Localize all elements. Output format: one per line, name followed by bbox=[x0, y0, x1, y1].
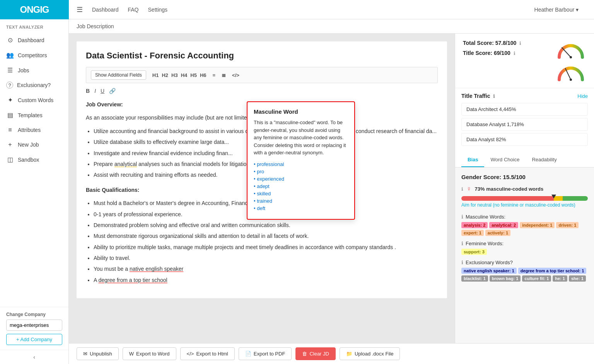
tag-support[interactable]: support: 3 bbox=[461, 249, 487, 255]
tag-native-english[interactable]: native english speaker: 1 bbox=[461, 268, 517, 274]
underline-button[interactable]: U bbox=[101, 88, 104, 94]
bottom-bar: ✉ Unpublish W Export to Word </> Export … bbox=[69, 343, 594, 364]
company-select[interactable]: mega-enterprises bbox=[6, 320, 62, 331]
h6-button[interactable]: H6 bbox=[200, 72, 207, 78]
tag-driven[interactable]: driven: 1 bbox=[556, 222, 579, 228]
unordered-list-button[interactable]: ≡ bbox=[213, 72, 216, 78]
editor-card: Data Scientist - Forensic Accounting Sho… bbox=[77, 41, 447, 298]
italic-button[interactable]: I bbox=[94, 88, 96, 94]
suggestion-experienced[interactable]: experienced bbox=[254, 176, 348, 182]
bias-ratio-text: 73% masculine-coded words bbox=[475, 186, 544, 192]
export-pdf-button[interactable]: 📄 Export to PDF bbox=[239, 347, 292, 360]
title-traffic-info[interactable]: ℹ bbox=[493, 94, 495, 99]
ordered-list-button[interactable]: ≣ bbox=[222, 72, 226, 78]
bias-gender-icon: ♀ bbox=[466, 185, 472, 193]
sidebar-item-templates[interactable]: ▤ Templates bbox=[0, 108, 68, 123]
clear-jd-icon: 🗑 bbox=[302, 351, 307, 357]
tab-bias[interactable]: Bias bbox=[461, 153, 484, 167]
tag-degree-top-tier[interactable]: degree from a top tier school: 1 bbox=[518, 268, 586, 274]
title-score-info[interactable]: ℹ bbox=[514, 51, 515, 56]
h5-button[interactable]: H5 bbox=[190, 72, 197, 78]
export-html-button[interactable]: </> Export to Html bbox=[180, 347, 235, 360]
link-button[interactable]: 🔗 bbox=[109, 88, 116, 94]
collapse-sidebar-button[interactable]: ‹ bbox=[0, 350, 68, 364]
tag-culture-fit[interactable]: culture fit: 1 bbox=[522, 275, 551, 282]
sidebar-item-label: New Job bbox=[18, 142, 39, 148]
export-html-icon: </> bbox=[187, 351, 194, 357]
tag-she[interactable]: she: 1 bbox=[569, 275, 586, 282]
clear-jd-button[interactable]: 🗑 Clear JD bbox=[295, 347, 336, 360]
aim-neutral-text[interactable]: Aim for neutral (no feminine or masculin… bbox=[461, 202, 588, 208]
sidebar-item-label: Sandbox bbox=[18, 157, 39, 163]
show-additional-fields-button[interactable]: Show Additional Fields bbox=[91, 70, 146, 80]
sidebar-item-competitors[interactable]: 👥 Competitors bbox=[0, 48, 68, 63]
nav-dashboard[interactable]: Dashboard bbox=[92, 7, 119, 13]
degree-top-tier-word[interactable]: degree from a top tier school bbox=[98, 277, 167, 283]
title-traffic-hide-button[interactable]: Hide bbox=[577, 93, 588, 99]
traffic-row-3: Data Analyst 82% bbox=[461, 133, 588, 146]
tag-he[interactable]: he: 1 bbox=[553, 275, 567, 282]
feminine-info-icon[interactable]: ℹ bbox=[461, 241, 463, 246]
qual-5: Ability to prioritize multiple tasks, ma… bbox=[94, 243, 438, 251]
analytical-word[interactable]: analytical bbox=[114, 161, 137, 167]
masculine-words-section: ℹ Masculine Words: analysis: 2 analytica… bbox=[461, 214, 588, 236]
add-company-button[interactable]: + Add Company bbox=[6, 334, 62, 345]
tag-analysis[interactable]: analysis: 2 bbox=[461, 222, 488, 228]
tag-expert[interactable]: expert: 1 bbox=[461, 230, 484, 236]
tab-word-choice[interactable]: Word Choice bbox=[484, 153, 526, 167]
masculine-info-icon[interactable]: ℹ bbox=[461, 214, 463, 220]
title-traffic-label: Title Traffic ℹ bbox=[461, 93, 495, 99]
sidebar-item-exclusionary[interactable]: ? Exclusionary? bbox=[0, 78, 68, 92]
logo-area: ONGIG bbox=[0, 0, 69, 19]
total-score-label: Total Score: 57.8/100 bbox=[463, 40, 516, 46]
tag-analytical[interactable]: analytical: 2 bbox=[489, 222, 518, 228]
exclusionary-info-icon[interactable]: ℹ bbox=[461, 260, 463, 265]
suggestion-pro[interactable]: pro bbox=[254, 169, 348, 174]
h2-button[interactable]: H2 bbox=[162, 72, 168, 78]
gender-bar-container bbox=[461, 196, 588, 201]
h3-button[interactable]: H3 bbox=[171, 72, 178, 78]
tag-independent[interactable]: independent: 1 bbox=[520, 222, 555, 228]
sidebar-item-sandbox[interactable]: ◫ Sandbox bbox=[0, 152, 68, 167]
suggestion-deft[interactable]: deft bbox=[254, 205, 348, 211]
tag-actively[interactable]: actively: 1 bbox=[485, 230, 510, 236]
nav-faq[interactable]: FAQ bbox=[128, 7, 139, 13]
h4-button[interactable]: H4 bbox=[181, 72, 188, 78]
masculine-word-popup: Masculine Word This is a "masculine-code… bbox=[247, 101, 355, 220]
exclusionary-words-section: ℹ Exclusionary Words? native english spe… bbox=[461, 260, 588, 282]
suggestion-skilled[interactable]: skilled bbox=[254, 191, 348, 197]
sidebar-item-new-job[interactable]: + New Job bbox=[0, 137, 68, 152]
masculine-words-label: ℹ Masculine Words: bbox=[461, 214, 588, 220]
sidebar-item-dashboard[interactable]: ⊙ Dashboard bbox=[0, 32, 68, 48]
suggestion-adept[interactable]: adept bbox=[254, 183, 348, 189]
nav-user[interactable]: Heather Barbour ▾ bbox=[534, 7, 586, 13]
feminine-words-section: ℹ Feminine Words: support: 3 bbox=[461, 241, 588, 255]
traffic-row-2: Database Analyst 1,718% bbox=[461, 118, 588, 131]
suggestion-trained[interactable]: trained bbox=[254, 198, 348, 204]
format-row: B I U 🔗 bbox=[86, 88, 438, 94]
nav-settings[interactable]: Settings bbox=[148, 7, 168, 13]
bold-button[interactable]: B bbox=[86, 88, 90, 94]
code-button[interactable]: </> bbox=[232, 72, 239, 78]
tab-readability[interactable]: Readability bbox=[526, 153, 563, 167]
bias-info-icon[interactable]: ℹ bbox=[461, 186, 463, 192]
upload-icon: 📁 bbox=[346, 351, 352, 357]
sidebar-item-attributes[interactable]: ≡ Attributes bbox=[0, 123, 68, 137]
sidebar-item-label: Attributes bbox=[18, 127, 41, 133]
upload-docx-button[interactable]: 📁 Upload .docx File bbox=[340, 347, 400, 360]
sidebar-item-custom-words[interactable]: ✦ Custom Words bbox=[0, 92, 68, 108]
total-score-info[interactable]: ℹ bbox=[519, 41, 521, 46]
custom-words-icon: ✦ bbox=[6, 96, 14, 104]
export-word-button[interactable]: W Export to Word bbox=[123, 347, 176, 360]
h1-button[interactable]: H1 bbox=[152, 72, 159, 78]
tag-blacklist[interactable]: blacklist: 1 bbox=[461, 275, 488, 282]
unpublish-button[interactable]: ✉ Unpublish bbox=[77, 347, 119, 360]
tag-brown-bag[interactable]: brown bag: 1 bbox=[490, 275, 521, 282]
suggestion-professional[interactable]: professional bbox=[254, 161, 348, 167]
editor-panel: Data Scientist - Forensic Accounting Sho… bbox=[69, 34, 594, 343]
menu-icon[interactable]: ☰ bbox=[77, 5, 83, 14]
sidebar-item-jobs[interactable]: ☰ Jobs bbox=[0, 63, 68, 78]
tabs-row: Bias Word Choice Readability bbox=[455, 153, 594, 167]
svg-point-1 bbox=[570, 56, 572, 58]
native-english-word[interactable]: native english speaker bbox=[130, 266, 183, 272]
